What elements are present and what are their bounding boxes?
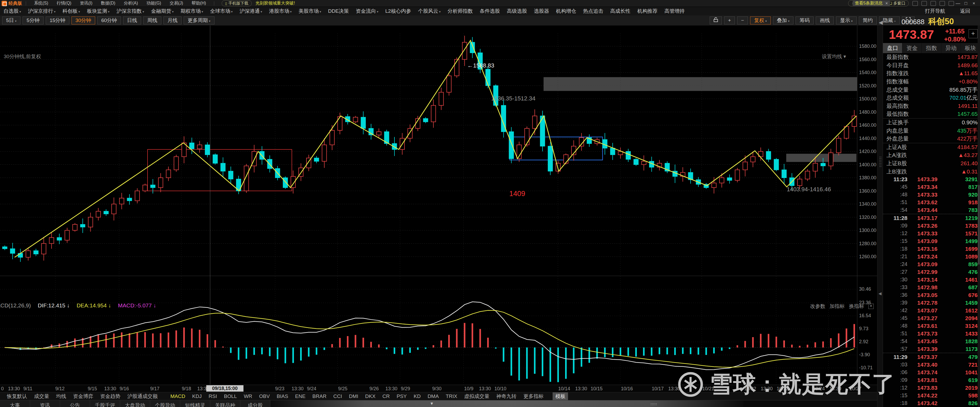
close-button[interactable]: × [970,1,978,6]
mobile-download-button[interactable]: ▯ 手机版下载 [222,0,252,6]
tool-button-叠加[interactable]: 叠加▾ [773,16,794,24]
period-button-更多周期[interactable]: 更多周期▾ [184,16,215,24]
collapse-arrow-icon[interactable]: ◀ [878,291,881,296]
tool-button-显示[interactable]: 显示▾ [836,16,857,24]
candlestick-chart[interactable] [0,25,877,276]
chart-region[interactable]: 30分钟线,前复权 设置均线 ▾ 1580.001560.001540.0015… [0,25,877,407]
view-tab-沪股通成交额[interactable]: 沪股通成交额 [127,393,158,400]
bottom-tab-资讯[interactable]: 资讯 [30,401,60,407]
indicator-tab-WR[interactable]: WR [244,393,252,399]
nav-item-资金流向[interactable]: 资金流向▾ [352,8,382,14]
period-button-周线[interactable]: 周线 [143,16,161,24]
toast-close-icon[interactable]: × [885,1,888,6]
menu-item[interactable]: 行情(Q) [52,0,75,6]
bottom-tab-千股千评[interactable]: 千股千评 [90,401,120,407]
menu-item[interactable]: 数据(D) [97,0,119,6]
nav-action-打开导航[interactable]: 打开导航 [921,8,949,14]
indicator-tab-RSI[interactable]: RSI [208,393,217,399]
menu-item[interactable]: 交易(J) [165,0,188,6]
indicator-tab-DKX[interactable]: DKX [365,393,375,399]
view-tab-成交量[interactable]: 成交量 [34,393,49,400]
panel-tab-指数[interactable]: 指数 [922,43,941,53]
nav-item-分析师指数[interactable]: 分析师指数 [444,8,476,14]
bottom-tab-短线精灵[interactable]: 短线精灵 [180,401,210,407]
tool-button-复权[interactable]: 复权▾ [750,16,771,24]
nav-item-自选股[interactable]: 自选股▾ [0,8,24,14]
resize-grip[interactable] [879,156,881,167]
panel-tab-盘口[interactable]: 盘口 [883,43,902,53]
nav-item-L2核心内参[interactable]: L2核心内参 [382,8,415,14]
macd-button-加指标[interactable]: 加指标 [830,303,845,310]
period-button-日线[interactable]: 日线 [123,16,141,24]
indicator-tab-MACD[interactable]: MACD [170,393,185,399]
indicator-tab-ENE[interactable]: ENE [295,393,305,399]
panel-tab-资金[interactable]: 资金 [902,43,922,53]
period-button-15分钟[interactable]: 15分钟 [46,16,69,24]
nav-item-条件选股[interactable]: 条件选股 [476,8,503,14]
nav-item-个股风云[interactable]: 个股风云▾ [415,8,444,14]
indicator-tab-BRAR[interactable]: BRAR [312,393,326,399]
indicator-tab-DMI[interactable]: DMI [349,393,358,399]
zoom-in-button[interactable]: + [724,16,735,24]
menu-item[interactable]: 功能(G) [142,0,165,6]
upload-icon[interactable] [921,1,927,6]
nav-item-沪深京排行[interactable]: 沪深京排行▾ [24,8,59,14]
bottom-tab-成分股[interactable]: 成分股 [240,401,270,407]
nav-action-返回[interactable]: 返回 [957,8,974,14]
tool-button-画线[interactable]: 画线 [816,16,834,24]
scrollbar-thumb[interactable] [978,185,980,265]
nav-item-高成长性[interactable]: 高成长性 [607,8,634,14]
menu-item[interactable]: 系统(S) [30,0,52,6]
tool-button-简约[interactable]: 简约 [859,16,877,24]
period-button-5日[interactable]: 5日▾ [2,16,21,24]
period-button-月线[interactable]: 月线 [164,16,181,24]
indicator-tab-神奇九转[interactable]: 神奇九转 [496,393,517,400]
add-watchlist-button[interactable]: + [969,29,978,38]
promo-headline[interactable]: 光刻胶领域重大突破! [255,0,295,6]
minimize-button[interactable]: — [954,1,962,6]
nav-item-板块监测[interactable]: 板块监测▾ [83,8,113,14]
layout-icon[interactable] [949,1,954,6]
bottom-tab-关联品种[interactable]: 关联品种 [210,401,240,407]
clipboard-icon[interactable] [913,1,918,6]
bottom-tab-个股异动[interactable]: 个股异动 [150,401,180,407]
ma-settings-button[interactable]: 设置均线 ▾ [822,53,846,60]
bottom-tab-大事[interactable]: 大事 [0,401,30,407]
indicator-tab-KDJ[interactable]: KDJ [192,393,202,399]
nav-item-全球市场[interactable]: 全球市场▾ [207,8,236,14]
bottom-tab-大盘异动[interactable]: 大盘异动 [120,401,150,407]
panel-collapse-strip[interactable]: ◀ [877,25,883,407]
menu-item[interactable]: 帮助(H) [188,0,210,6]
indicator-tab-CCI[interactable]: CCI [333,393,342,399]
tick-list[interactable]: 11:231473.393291:451473.34817:481473.339… [883,175,980,407]
indicator-tab-CR[interactable]: CR [382,393,390,399]
nav-item-沪深京指数[interactable]: 沪深京指数▾ [113,8,148,14]
maximize-button[interactable]: □ [962,1,970,6]
drag-grip[interactable] [651,403,657,405]
panel-tab-板块[interactable]: 板块 [961,43,980,53]
indicator-tab-PSY[interactable]: PSY [396,393,407,399]
indicator-tab-TRIX[interactable]: TRIX [446,393,457,399]
nav-item-高级选股[interactable]: 高级选股 [503,8,531,14]
nav-item-金融期货[interactable]: 金融期货▾ [148,8,177,14]
indicator-tab-虚拟成交量[interactable]: 虚拟成交量 [464,393,489,400]
lock-icon[interactable] [710,16,722,24]
macd-button-改参数[interactable]: 改参数 [810,303,825,310]
indicator-tab-BIAS[interactable]: BIAS [277,393,288,399]
nav-item-机构增仓[interactable]: 机构增仓 [553,8,580,14]
nav-item-美股市场[interactable]: 美股市场▾ [295,8,325,14]
panel-scrollbar[interactable] [978,25,980,407]
indicator-tab-BOLL[interactable]: BOLL [224,393,237,399]
indicator-tab-KD[interactable]: KD [414,393,420,399]
chevron-left-icon[interactable]: ◀ [879,19,883,25]
zoom-out-button[interactable]: − [737,16,748,24]
period-button-60分钟[interactable]: 60分钟 [97,16,121,24]
macd-button-换指标[interactable]: 换指标 [849,303,864,310]
nav-item-沪深港通[interactable]: 沪深港通▾ [236,8,266,14]
nav-item-热点追击[interactable]: 热点追击 [580,8,607,14]
tool-button-筹码[interactable]: 筹码 [795,16,814,24]
expand-arrow-icon[interactable]: ▼ [430,401,434,406]
view-tab-资金趋势[interactable]: 资金趋势 [100,393,120,400]
template-button[interactable]: 模板 [553,393,568,401]
bottom-tab-公告[interactable]: 公告 [60,401,90,407]
